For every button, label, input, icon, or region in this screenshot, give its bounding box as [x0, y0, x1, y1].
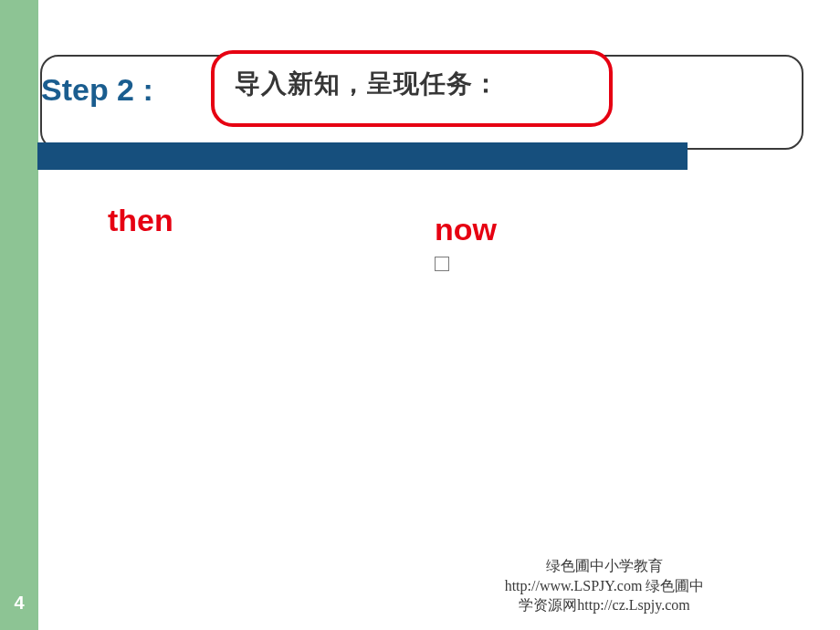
left-sidebar [0, 0, 38, 630]
placeholder-box [435, 257, 449, 271]
then-label: then [108, 203, 173, 238]
footer-line-3: 学资源网http://cz.Lspjy.com [519, 597, 689, 613]
footer-line-1: 绿色圃中小学教育 [546, 558, 663, 573]
title-box: 导入新知，呈现任务： [211, 50, 613, 127]
title-text: 导入新知，呈现任务： [235, 67, 589, 101]
page-number: 4 [0, 593, 38, 614]
divider-bar [37, 142, 688, 170]
footer-text: 绿色圃中小学教育 http://www.LSPJY.com 绿色圃中 学资源网h… [394, 556, 814, 615]
step-label: Step 2 : [41, 72, 153, 108]
footer-line-2: http://www.LSPJY.com 绿色圃中 [505, 578, 705, 593]
now-label: now [435, 212, 497, 247]
